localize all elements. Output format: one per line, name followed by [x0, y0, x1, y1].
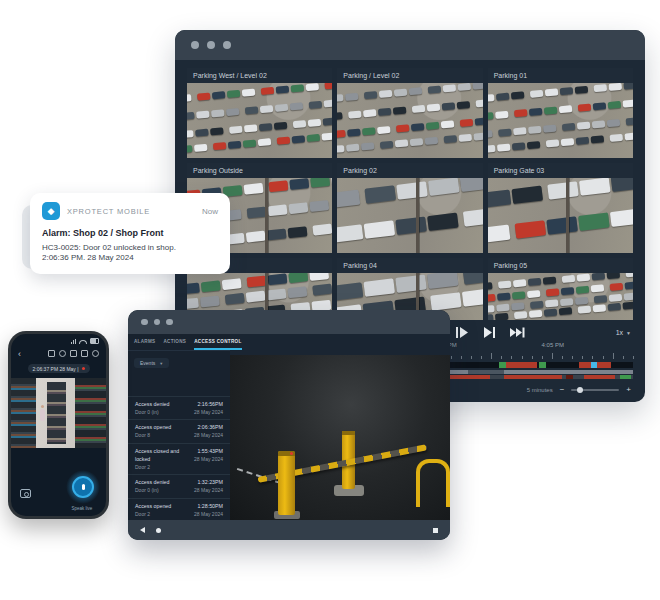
event-row[interactable]: Access denied Door 0 (in) 2:16:56PM 28 M… [128, 396, 230, 419]
bookmark-icon[interactable] [70, 350, 77, 357]
tab-actions[interactable]: ACTIONS [163, 336, 186, 350]
light-pole [566, 178, 569, 253]
parked-car [609, 294, 623, 302]
step-back-button[interactable] [140, 527, 145, 533]
parked-car [363, 278, 395, 297]
shopper [40, 409, 45, 421]
ruler-tick [461, 356, 462, 359]
camera-tile[interactable]: Parking Gate 03 [488, 163, 633, 253]
timeline-segment [448, 375, 490, 379]
parked-car [291, 84, 305, 92]
parked-car [442, 84, 456, 92]
parked-car [267, 228, 287, 240]
record-button[interactable] [156, 528, 161, 533]
parked-car [512, 143, 526, 151]
timeline-segment [591, 362, 598, 368]
event-row[interactable]: Access denied Door 0 (in) 1:32:23PM 28 M… [128, 474, 230, 497]
event-row[interactable]: Access opened Door 2 1:28:50PM 28 May 20… [128, 498, 230, 520]
parked-car [222, 278, 242, 290]
event-row[interactable]: Access closed and locked Door 2 1:55:43P… [128, 443, 230, 474]
parked-car [546, 216, 578, 235]
parked-car [440, 120, 454, 128]
window-dot-icon[interactable] [191, 41, 199, 49]
timeline-segment [499, 362, 506, 368]
camera-tile[interactable]: Parking 01 [488, 68, 633, 158]
parked-car [592, 120, 606, 128]
camera-tile[interactable]: Parking West / Level 02 [187, 68, 332, 158]
parked-car [514, 220, 546, 239]
parked-car [379, 141, 393, 149]
tab-access-control[interactable]: ACCESS CONTROL [194, 336, 241, 350]
window-dot-icon[interactable] [223, 41, 231, 49]
window-dot-icon[interactable] [141, 319, 148, 326]
tab-alarms[interactable]: ALARMS [134, 336, 155, 350]
parked-car [187, 94, 192, 102]
parked-car [577, 273, 591, 281]
zoom-out-button[interactable]: − [560, 386, 565, 394]
camera-name: Parking 02 [337, 163, 482, 178]
jump-to-end-button[interactable] [510, 326, 526, 339]
play-from-start-button[interactable] [455, 326, 469, 339]
playback-speed-selector[interactable]: 1x ▼ [616, 329, 631, 336]
next-frame-button[interactable] [483, 326, 496, 339]
parked-car [593, 304, 607, 312]
parked-car [244, 182, 264, 194]
event-time: 2:16:56PM [194, 401, 223, 409]
ruler-tick [603, 356, 604, 359]
parked-car [200, 296, 220, 308]
parked-car [622, 99, 632, 107]
parked-car [578, 212, 610, 231]
parked-car [228, 141, 242, 149]
window-dot-icon[interactable] [154, 319, 161, 326]
events-filter-dropdown[interactable]: Events ▼ [134, 358, 169, 368]
parked-car [337, 130, 345, 138]
parked-car [194, 144, 208, 152]
battery-icon [90, 338, 99, 344]
parked-car [488, 294, 496, 302]
parked-car [261, 86, 275, 94]
event-name: Access closed and locked [135, 448, 183, 464]
notification-card[interactable]: ◆ XPROTECT MOBILE Now Alarm: Shop 02 / S… [30, 193, 230, 274]
parked-car [211, 109, 225, 117]
parked-car [625, 273, 633, 277]
parked-car [290, 102, 304, 110]
event-list: Access denied Door 0 (in) 2:16:56PM 28 M… [128, 396, 230, 520]
parked-car [474, 117, 482, 125]
snapshot-button[interactable] [20, 489, 31, 498]
timeline-segment [584, 375, 615, 379]
back-icon[interactable]: ‹ [18, 349, 21, 359]
phone-bottom-controls: Speak live [11, 456, 106, 516]
parked-car [514, 109, 528, 117]
parked-car [488, 282, 493, 290]
camera-tile[interactable]: Parking / Level 02 [337, 68, 482, 158]
zoom-in-button[interactable]: + [626, 386, 631, 394]
snapshot-icon[interactable] [48, 350, 55, 357]
window-dot-icon[interactable] [166, 319, 173, 326]
slider-knob[interactable] [577, 387, 583, 393]
parked-car [546, 140, 560, 148]
parked-car [497, 144, 511, 152]
ruler-tick [592, 356, 593, 359]
window-dot-icon[interactable] [207, 41, 215, 49]
parked-car [559, 307, 573, 315]
shop-camera-view[interactable] [11, 378, 106, 448]
camera-tile[interactable]: Parking 02 [337, 163, 482, 253]
push-to-talk-button[interactable] [72, 476, 94, 498]
parked-car [495, 111, 509, 119]
parked-car [577, 122, 591, 130]
pip-icon[interactable] [81, 350, 88, 357]
parked-car [306, 83, 320, 91]
camera-image [488, 83, 633, 158]
parked-car [458, 134, 472, 142]
timeline-zoom-slider[interactable] [571, 389, 619, 391]
share-icon[interactable] [59, 350, 66, 357]
transport-controls [455, 326, 526, 339]
barrier-camera-view[interactable] [230, 355, 450, 520]
camera-tile[interactable]: Parking 05 [488, 258, 633, 320]
stop-button[interactable] [433, 528, 438, 533]
ruler-tick [532, 356, 533, 359]
parked-car [288, 286, 308, 298]
parked-car [229, 126, 243, 134]
event-row[interactable]: Access opened Door 8 2:06:36PM 28 May 20… [128, 419, 230, 442]
speaker-icon[interactable] [92, 350, 99, 357]
